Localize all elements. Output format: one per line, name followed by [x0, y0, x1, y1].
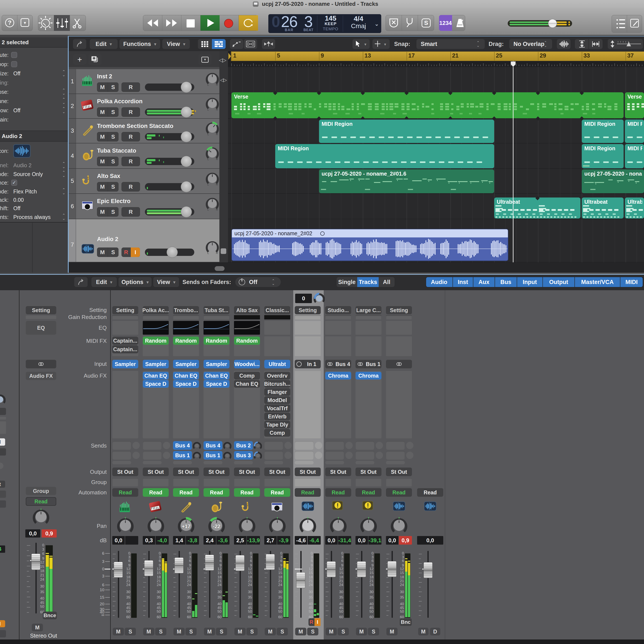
svg-text:R: R — [216, 183, 218, 186]
svg-text:R: R — [216, 83, 218, 86]
svg-text:L: L — [207, 133, 209, 136]
svg-text:R: R — [216, 133, 218, 136]
svg-text:L: L — [207, 83, 209, 86]
svg-text:L: L — [207, 208, 209, 211]
svg-text:L: L — [207, 251, 209, 254]
svg-text:R: R — [216, 158, 218, 161]
svg-text:R: R — [216, 108, 218, 111]
svg-text:L: L — [207, 183, 209, 186]
svg-text:R: R — [216, 251, 218, 254]
svg-text:R: R — [216, 208, 218, 211]
svg-text:L: L — [207, 158, 209, 161]
svg-text:L: L — [207, 108, 209, 111]
